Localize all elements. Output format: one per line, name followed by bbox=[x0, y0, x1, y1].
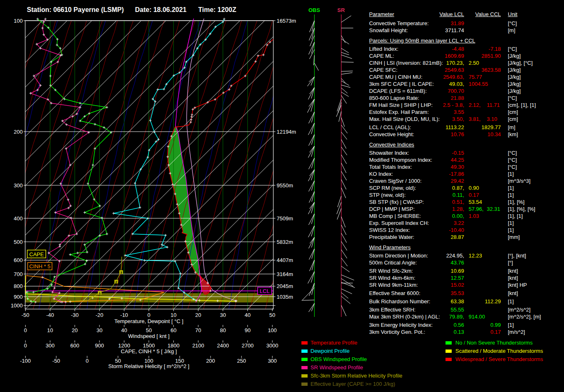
svg-text:0: 0 bbox=[85, 358, 88, 364]
svg-text:60: 60 bbox=[171, 327, 176, 333]
svg-text:10: 10 bbox=[171, 312, 176, 318]
svg-text:70: 70 bbox=[195, 327, 201, 333]
svg-text:30: 30 bbox=[220, 312, 226, 318]
svg-text:-40: -40 bbox=[46, 312, 54, 318]
svg-text:1035m: 1035m bbox=[277, 294, 293, 300]
svg-text:Storm Relative Helicity [ m^2: Storm Relative Helicity [ m^2/s^2 ] bbox=[108, 363, 189, 369]
svg-text:700: 700 bbox=[14, 271, 23, 277]
svg-text:3000: 3000 bbox=[266, 342, 278, 349]
svg-text:CINH * 5: CINH * 5 bbox=[29, 263, 50, 269]
svg-text:50: 50 bbox=[269, 312, 275, 318]
svg-text:100: 100 bbox=[14, 18, 23, 24]
svg-text:200: 200 bbox=[206, 358, 215, 364]
svg-text:2045m: 2045m bbox=[277, 283, 293, 289]
svg-text:-10: -10 bbox=[120, 312, 128, 318]
svg-text:900: 900 bbox=[14, 294, 23, 300]
svg-text:3164m: 3164m bbox=[277, 271, 293, 277]
svg-text:200: 200 bbox=[14, 129, 23, 135]
svg-text:2400: 2400 bbox=[217, 342, 229, 349]
svg-text:2100: 2100 bbox=[192, 342, 204, 349]
svg-text:40: 40 bbox=[244, 312, 250, 318]
svg-text:CAPE, CINH * 5 [ J/kg ]: CAPE, CINH * 5 [ J/kg ] bbox=[121, 348, 177, 354]
svg-text:300: 300 bbox=[268, 358, 277, 364]
svg-text:-50: -50 bbox=[52, 358, 60, 364]
svg-text:0: 0 bbox=[24, 342, 27, 349]
svg-text:80: 80 bbox=[220, 327, 226, 333]
svg-text:0: 0 bbox=[24, 327, 27, 333]
svg-text:900: 900 bbox=[95, 342, 104, 349]
svg-text:100: 100 bbox=[268, 327, 277, 333]
svg-text:0: 0 bbox=[147, 312, 150, 318]
svg-text:20: 20 bbox=[195, 312, 201, 318]
svg-text:12194m: 12194m bbox=[277, 129, 296, 135]
svg-text:90: 90 bbox=[244, 327, 250, 333]
svg-text:-20: -20 bbox=[96, 312, 104, 318]
svg-text:300: 300 bbox=[45, 342, 55, 349]
svg-text:Windspeed [ knt ]: Windspeed [ knt ] bbox=[128, 333, 169, 339]
svg-text:600: 600 bbox=[70, 342, 79, 349]
svg-text:4407m: 4407m bbox=[277, 257, 293, 263]
svg-text:5832m: 5832m bbox=[277, 239, 293, 245]
svg-text:3: 3 bbox=[120, 271, 122, 274]
svg-text:40: 40 bbox=[121, 327, 127, 333]
svg-text:20: 20 bbox=[72, 327, 78, 333]
svg-text:Temperature, Dewpoint [ °C ]: Temperature, Dewpoint [ °C ] bbox=[114, 318, 183, 324]
svg-text:300: 300 bbox=[14, 182, 23, 189]
svg-text:600: 600 bbox=[14, 257, 23, 263]
svg-text:CAPE: CAPE bbox=[29, 251, 44, 257]
svg-text:400: 400 bbox=[14, 215, 23, 222]
svg-text:10: 10 bbox=[47, 327, 53, 333]
svg-text:7509m: 7509m bbox=[277, 215, 293, 222]
svg-text:1: 1 bbox=[99, 291, 101, 295]
svg-text:1500: 1500 bbox=[143, 342, 155, 349]
svg-text:250: 250 bbox=[237, 358, 246, 364]
svg-text:9550m: 9550m bbox=[277, 182, 293, 189]
svg-text:2700: 2700 bbox=[242, 342, 254, 349]
svg-text:1800: 1800 bbox=[168, 342, 180, 349]
svg-text:-50: -50 bbox=[21, 312, 29, 318]
svg-text:16573m: 16573m bbox=[277, 18, 296, 24]
svg-text:30: 30 bbox=[97, 327, 102, 333]
svg-text:1200: 1200 bbox=[118, 342, 130, 349]
svg-text:800: 800 bbox=[14, 283, 23, 289]
svg-text:500: 500 bbox=[14, 239, 23, 245]
svg-text:1000: 1000 bbox=[11, 302, 23, 309]
svg-text:-30: -30 bbox=[71, 312, 79, 318]
svg-text:50: 50 bbox=[146, 327, 152, 333]
svg-text:LCL: LCL bbox=[260, 288, 270, 294]
svg-text:-100: -100 bbox=[20, 358, 31, 364]
svg-text:2: 2 bbox=[115, 280, 117, 284]
